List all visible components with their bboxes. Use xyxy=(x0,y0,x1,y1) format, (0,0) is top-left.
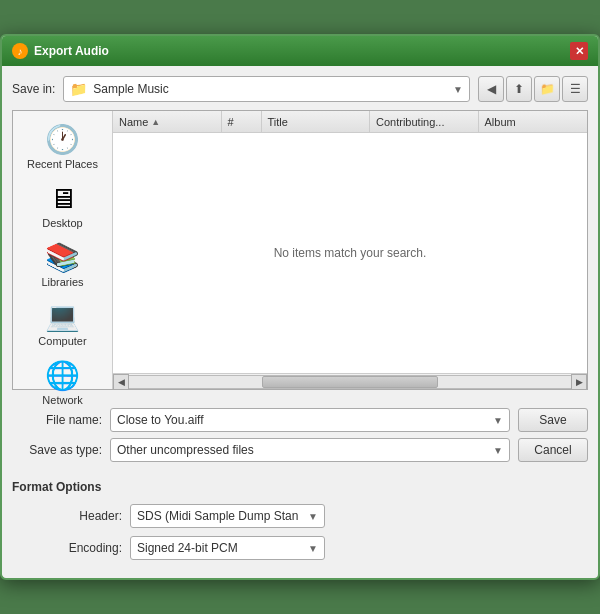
header-dropdown-arrow: ▼ xyxy=(308,511,318,522)
filename-dropdown-arrow: ▼ xyxy=(493,415,503,426)
recent-places-label: Recent Places xyxy=(27,158,98,170)
header-format-row: Header: SDS (Midi Sample Dump Stan ▼ xyxy=(12,504,588,528)
back-button[interactable]: ◀ xyxy=(478,76,504,102)
filetype-value: Other uncompressed files xyxy=(117,443,489,457)
encoding-format-dropdown[interactable]: Signed 24-bit PCM ▼ xyxy=(130,536,325,560)
filetype-row: Save as type: Other uncompressed files ▼… xyxy=(12,438,588,462)
title-bar: ♪ Export Audio ✕ xyxy=(2,36,598,66)
encoding-format-label: Encoding: xyxy=(42,541,122,555)
up-icon: ⬆ xyxy=(514,82,524,96)
desktop-label: Desktop xyxy=(42,217,82,229)
filetype-dropdown-arrow: ▼ xyxy=(493,445,503,456)
computer-label: Computer xyxy=(38,335,86,347)
export-audio-dialog: ♪ Export Audio ✕ Save in: 📁 Sample Music… xyxy=(0,34,600,580)
app-icon: ♪ xyxy=(12,43,28,59)
filename-label: File name: xyxy=(12,413,102,427)
filename-input[interactable]: Close to You.aiff ▼ xyxy=(110,408,510,432)
encoding-format-value: Signed 24-bit PCM xyxy=(137,541,304,555)
scroll-right-button[interactable]: ▶ xyxy=(571,374,587,390)
save-in-dropdown[interactable]: 📁 Sample Music ▼ xyxy=(63,76,470,102)
recent-places-icon: 🕐 xyxy=(45,123,80,156)
computer-icon: 💻 xyxy=(45,300,80,333)
col-name[interactable]: Name ▲ xyxy=(113,111,222,132)
sidebar-item-libraries[interactable]: 📚 Libraries xyxy=(18,237,108,292)
encoding-format-row: Encoding: Signed 24-bit PCM ▼ xyxy=(12,536,588,560)
close-button[interactable]: ✕ xyxy=(570,42,588,60)
filename-row: File name: Close to You.aiff ▼ Save xyxy=(12,408,588,432)
header-format-label: Header: xyxy=(42,509,122,523)
cancel-button[interactable]: Cancel xyxy=(518,438,588,462)
bottom-section: File name: Close to You.aiff ▼ Save Save… xyxy=(2,400,598,476)
libraries-label: Libraries xyxy=(41,276,83,288)
col-album[interactable]: Album xyxy=(479,111,588,132)
up-button[interactable]: ⬆ xyxy=(506,76,532,102)
desktop-icon: 🖥 xyxy=(49,182,77,215)
save-in-folder-name: Sample Music xyxy=(93,82,447,96)
save-in-label: Save in: xyxy=(12,82,55,96)
network-icon: 🌐 xyxy=(45,359,80,392)
title-bar-left: ♪ Export Audio xyxy=(12,43,109,59)
content-area: 🕐 Recent Places 🖥 Desktop 📚 Libraries 💻 … xyxy=(12,110,588,390)
save-in-row: Save in: 📁 Sample Music ▼ ◀ ⬆ 📁 ☰ xyxy=(12,76,588,102)
save-in-dropdown-arrow: ▼ xyxy=(453,84,463,95)
dialog-body: Save in: 📁 Sample Music ▼ ◀ ⬆ 📁 ☰ xyxy=(2,66,598,400)
folder-icon: 📁 xyxy=(70,81,87,97)
file-list-area: Name ▲ # Title Contributing... Album xyxy=(113,111,587,389)
scrollbar-thumb[interactable] xyxy=(262,376,439,388)
encoding-dropdown-arrow: ▼ xyxy=(308,543,318,554)
format-options-section: Format Options Header: SDS (Midi Sample … xyxy=(2,476,598,578)
save-button[interactable]: Save xyxy=(518,408,588,432)
filename-value: Close to You.aiff xyxy=(117,413,489,427)
sidebar-item-desktop[interactable]: 🖥 Desktop xyxy=(18,178,108,233)
header-format-value: SDS (Midi Sample Dump Stan xyxy=(137,509,304,523)
col-contributing[interactable]: Contributing... xyxy=(370,111,479,132)
new-folder-icon: 📁 xyxy=(540,82,555,96)
format-options-label: Format Options xyxy=(12,480,588,494)
sidebar: 🕐 Recent Places 🖥 Desktop 📚 Libraries 💻 … xyxy=(13,111,113,389)
scroll-left-button[interactable]: ◀ xyxy=(113,374,129,390)
toolbar-buttons: ◀ ⬆ 📁 ☰ xyxy=(478,76,588,102)
horizontal-scrollbar[interactable]: ◀ ▶ xyxy=(113,373,587,389)
views-icon: ☰ xyxy=(570,82,581,96)
sidebar-item-recent-places[interactable]: 🕐 Recent Places xyxy=(18,119,108,174)
scrollbar-track[interactable] xyxy=(129,375,571,389)
sidebar-item-computer[interactable]: 💻 Computer xyxy=(18,296,108,351)
file-list-header: Name ▲ # Title Contributing... Album xyxy=(113,111,587,133)
col-title[interactable]: Title xyxy=(262,111,371,132)
libraries-icon: 📚 xyxy=(45,241,80,274)
filetype-dropdown[interactable]: Other uncompressed files ▼ xyxy=(110,438,510,462)
window-title: Export Audio xyxy=(34,44,109,58)
filetype-label: Save as type: xyxy=(12,443,102,457)
views-button[interactable]: ☰ xyxy=(562,76,588,102)
network-label: Network xyxy=(42,394,82,406)
sidebar-item-network[interactable]: 🌐 Network xyxy=(18,355,108,410)
header-format-dropdown[interactable]: SDS (Midi Sample Dump Stan ▼ xyxy=(130,504,325,528)
col-number[interactable]: # xyxy=(222,111,262,132)
new-folder-button[interactable]: 📁 xyxy=(534,76,560,102)
back-icon: ◀ xyxy=(487,82,496,96)
sort-arrow: ▲ xyxy=(151,117,160,127)
file-list-empty-message: No items match your search. xyxy=(113,133,587,373)
